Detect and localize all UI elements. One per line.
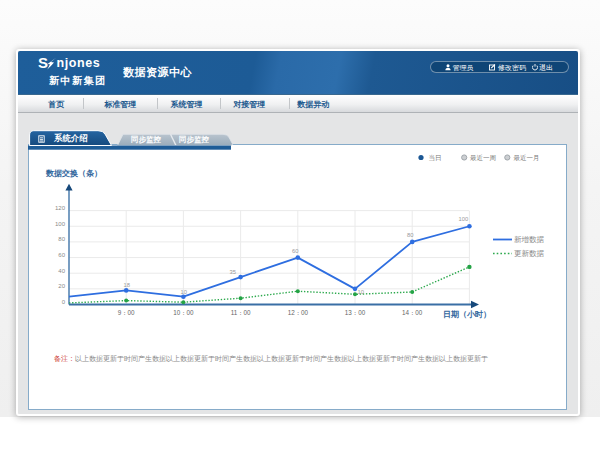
svg-text:0: 0: [62, 299, 66, 305]
svg-text:系统介绍: 系统介绍: [53, 133, 88, 143]
svg-text:60: 60: [292, 248, 298, 254]
svg-text:10: 10: [358, 289, 364, 295]
svg-text:更新数据: 更新数据: [514, 249, 545, 258]
svg-text:18: 18: [124, 282, 130, 288]
svg-text:新增数据: 新增数据: [514, 235, 545, 244]
svg-text:13：00: 13：00: [345, 309, 366, 316]
svg-text:60: 60: [58, 252, 65, 258]
svg-text:同步监控: 同步监控: [131, 135, 162, 144]
svg-text:11：00: 11：00: [231, 309, 251, 316]
svg-text:12：00: 12：00: [288, 309, 309, 316]
svg-text:最近一周: 最近一周: [470, 154, 496, 161]
svg-text:最近一月: 最近一月: [514, 154, 540, 162]
svg-text:80: 80: [58, 236, 65, 242]
svg-text:100: 100: [459, 216, 469, 222]
svg-text:40: 40: [58, 268, 65, 274]
svg-text:100: 100: [55, 221, 66, 227]
svg-text:当日: 当日: [429, 154, 442, 161]
svg-text:35: 35: [230, 269, 236, 275]
svg-text:80: 80: [407, 232, 413, 238]
svg-text:9：00: 9：00: [118, 309, 135, 316]
svg-text:日期（小时）: 日期（小时）: [443, 310, 491, 319]
svg-text:20: 20: [58, 283, 65, 289]
svg-text:120: 120: [55, 205, 66, 211]
svg-text:10: 10: [181, 289, 187, 295]
svg-text:10：00: 10：00: [173, 309, 194, 316]
svg-text:同步监控: 同步监控: [179, 135, 210, 144]
svg-text:14：00: 14：00: [402, 309, 423, 316]
